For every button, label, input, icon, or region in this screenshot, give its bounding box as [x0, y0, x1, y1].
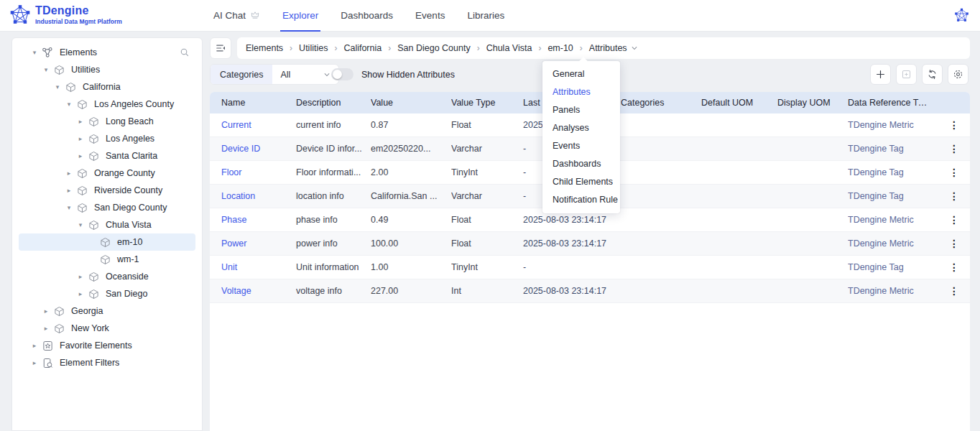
row-menu-icon[interactable]: ⋮ [949, 120, 959, 130]
tree-caret[interactable]: ▸ [29, 359, 40, 366]
tree-caret[interactable]: ▾ [64, 204, 74, 211]
menu-item-general[interactable]: General [542, 65, 620, 83]
add-button[interactable] [870, 64, 891, 85]
tree-item-wm-1[interactable]: wm-1 [19, 251, 195, 268]
row-menu-icon[interactable]: ⋮ [949, 238, 959, 249]
tree-caret[interactable]: ▸ [75, 118, 85, 125]
cell-value-type: Float [451, 215, 523, 225]
tree-item-long-beach[interactable]: ▸Long Beach [19, 113, 195, 130]
tree-caret[interactable]: ▸ [75, 135, 85, 142]
tree-item-label: wm-1 [117, 254, 139, 264]
tree-caret[interactable]: ▾ [64, 101, 74, 108]
tree-item-los-angeles-county[interactable]: ▾Los Angeles County [19, 96, 195, 113]
breadcrumb-separator: › [334, 43, 337, 53]
cell-name[interactable]: Device ID [221, 144, 296, 154]
breadcrumb-separator: › [388, 43, 391, 53]
cube-icon [88, 116, 99, 127]
tree-item-elements[interactable]: ▾Elements [19, 44, 195, 61]
menu-item-child-elements[interactable]: Child Elements [542, 173, 620, 191]
breadcrumb-item-california[interactable]: California [343, 43, 382, 53]
tab-events[interactable]: Events [413, 0, 447, 32]
network-icon[interactable] [954, 8, 969, 23]
tab-libraries[interactable]: Libraries [465, 0, 507, 32]
row-menu-icon[interactable]: ⋮ [949, 262, 959, 272]
tree-item-element-filters[interactable]: ▸Element Filters [19, 354, 195, 371]
tree-item-california[interactable]: ▾California [19, 78, 195, 96]
tree-item-label: San Diego County [94, 203, 167, 213]
breadcrumb-item-elements[interactable]: Elements [246, 43, 283, 53]
tree-caret[interactable]: ▸ [75, 273, 85, 280]
menu-item-panels[interactable]: Panels [542, 101, 620, 119]
tree-item-label: Elements [60, 47, 97, 57]
tree-caret[interactable]: ▸ [41, 325, 51, 332]
tab-dashboards[interactable]: Dashboards [338, 0, 395, 32]
tree-caret[interactable]: ▸ [41, 307, 51, 315]
tree-item-georgia[interactable]: ▸Georgia [19, 302, 195, 320]
tree-caret[interactable]: ▸ [75, 290, 85, 297]
favorite-icon [42, 340, 53, 351]
cube-icon [88, 271, 99, 282]
tree-item-san-diego[interactable]: ▸San Diego [19, 285, 195, 302]
menu-item-notification-rule[interactable]: Notification Rule [542, 191, 620, 209]
refresh-button[interactable] [922, 64, 943, 85]
menu-item-events[interactable]: Events [542, 137, 620, 155]
breadcrumb-item-san-diego-county[interactable]: San Diego County [397, 43, 470, 53]
row-menu-icon[interactable]: ⋮ [949, 215, 959, 225]
tree-caret[interactable]: ▾ [41, 66, 51, 73]
tree-caret[interactable]: ▾ [52, 83, 63, 91]
breadcrumb-current-view[interactable]: Attributes [589, 43, 638, 53]
tree-item-chula-vista[interactable]: ▾Chula Vista [19, 216, 195, 233]
row-menu-icon[interactable]: ⋮ [949, 191, 959, 201]
breadcrumb: Elements›Utilities›California›San Diego … [237, 37, 970, 59]
cell-value-type: TinyInt [451, 262, 523, 272]
tree-item-riverside-county[interactable]: ▸Riverside County [19, 182, 195, 199]
cell-name[interactable]: Location [221, 191, 296, 201]
tree-caret[interactable]: ▸ [64, 170, 74, 177]
tree-item-los-angeles[interactable]: ▸Los Angeles [19, 130, 195, 147]
menu-item-analyses[interactable]: Analyses [542, 119, 620, 137]
main-nav: AI ChatExplorerDashboardsEventsLibraries [211, 0, 507, 32]
collapse-sidebar-button[interactable] [210, 37, 231, 59]
tree-item-santa-clarita[interactable]: ▸Santa Clarita [19, 147, 195, 164]
cell-name[interactable]: Floor [221, 167, 296, 177]
tree-item-oceanside[interactable]: ▸Oceanside [19, 268, 195, 285]
tree-caret[interactable]: ▸ [75, 152, 85, 159]
tree-item-label: Orange County [94, 168, 155, 178]
tree-caret[interactable]: ▸ [64, 187, 74, 194]
tab-label: Libraries [467, 10, 504, 21]
row-menu-icon[interactable]: ⋮ [949, 167, 959, 177]
tab-explorer[interactable]: Explorer [280, 0, 320, 32]
cell-description: Floor informati... [296, 167, 371, 177]
tree-item-san-diego-county[interactable]: ▾San Diego County [19, 199, 195, 216]
cell-name[interactable]: Unit [221, 262, 296, 272]
element-tree-sidebar: ▾Elements▾Utilities▾California▾Los Angel… [11, 37, 203, 431]
tab-label: AI Chat [213, 10, 246, 21]
cell-value-type: Float [451, 238, 523, 249]
save-button[interactable] [896, 64, 917, 85]
cell-value: em20250220... [371, 144, 451, 154]
cell-name[interactable]: Phase [221, 215, 296, 225]
tree-caret[interactable]: ▾ [75, 221, 85, 228]
tree-item-new-york[interactable]: ▸New York [19, 320, 195, 337]
search-icon[interactable] [180, 47, 190, 57]
tree-item-orange-county[interactable]: ▸Orange County [19, 164, 195, 182]
tree-caret[interactable]: ▸ [29, 342, 40, 349]
show-hidden-attributes-toggle[interactable] [331, 68, 353, 80]
breadcrumb-item-utilities[interactable]: Utilities [299, 43, 328, 53]
tree-caret[interactable]: ▾ [29, 49, 40, 56]
tree-item-utilities[interactable]: ▾Utilities [19, 61, 195, 78]
row-menu-icon[interactable]: ⋮ [949, 144, 959, 154]
settings-button[interactable] [948, 64, 969, 85]
menu-item-dashboards[interactable]: Dashboards [542, 155, 620, 173]
cell-name[interactable]: Current [221, 120, 296, 130]
categories-select[interactable]: All [272, 65, 338, 84]
cell-name[interactable]: Voltage [221, 286, 296, 296]
menu-item-attributes[interactable]: Attributes [542, 83, 620, 101]
tree-item-favorite-elements[interactable]: ▸Favorite Elements [19, 337, 195, 354]
cell-name[interactable]: Power [221, 238, 296, 249]
breadcrumb-item-em-10[interactable]: em-10 [547, 43, 573, 53]
row-menu-icon[interactable]: ⋮ [949, 286, 959, 296]
breadcrumb-item-chula-vista[interactable]: Chula Vista [486, 43, 532, 53]
tree-item-em-10[interactable]: em-10 [19, 233, 195, 251]
tab-ai-chat[interactable]: AI Chat [211, 0, 262, 32]
